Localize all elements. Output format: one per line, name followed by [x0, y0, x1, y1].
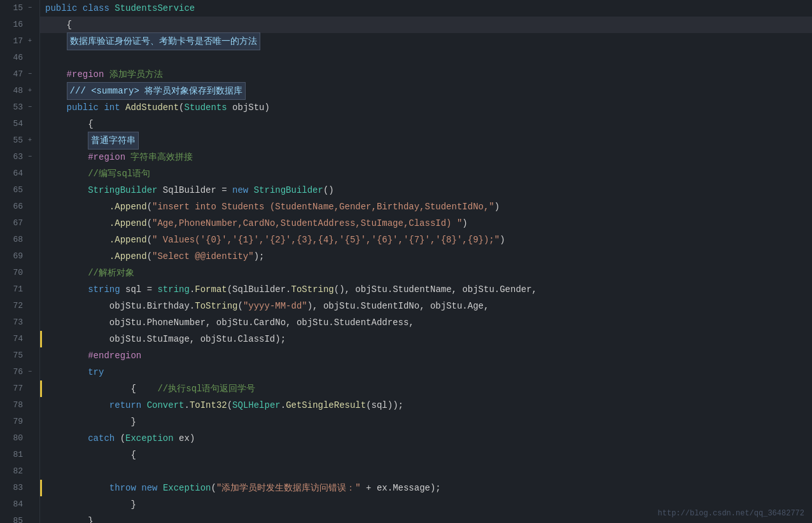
token-plain: {	[67, 116, 94, 132]
token-plain: objStu.PhoneNumber, objStu.CardNo, objSt…	[109, 314, 414, 331]
token-plain: .	[184, 397, 189, 414]
line-num: 67	[5, 215, 23, 232]
token-region-label: 字符串高效拼接	[130, 149, 193, 165]
fold-icon	[25, 120, 34, 129]
token-plain: (	[179, 99, 184, 116]
indent	[45, 232, 109, 248]
token-plain	[77, 0, 82, 17]
line-num: 64	[5, 165, 23, 182]
fold-icon	[25, 219, 34, 228]
line-num: 75	[5, 347, 23, 364]
token-plain: {	[45, 17, 72, 33]
token-method: ToString	[195, 298, 237, 314]
token-type: StudentsService	[115, 0, 195, 17]
indent	[45, 83, 67, 99]
code-line: throw new Exception("添加学员时发生数据库访问错误：" + …	[40, 480, 812, 496]
line-number-row: 63−	[5, 149, 34, 165]
token-type: StringBuilder	[254, 182, 323, 199]
line-num: 54	[5, 116, 23, 132]
token-plain: {	[88, 380, 157, 397]
line-number-row: 48+	[5, 83, 34, 99]
token-comment: //执行sql语句返回学号	[157, 380, 255, 397]
fold-icon[interactable]: −	[25, 153, 34, 162]
token-type: Students	[184, 99, 227, 116]
token-type: Exception	[163, 480, 211, 496]
indent	[45, 447, 88, 463]
line-num: 66	[5, 199, 23, 215]
fold-icon[interactable]: −	[25, 103, 34, 112]
fold-icon[interactable]: +	[25, 37, 34, 46]
line-num: 84	[5, 496, 23, 513]
line-number-row: 85	[5, 513, 34, 523]
line-number-row: 79	[5, 414, 34, 430]
token-plain: ()	[323, 182, 334, 199]
line-num: 82	[5, 463, 23, 480]
code-line: //解析对象	[40, 265, 812, 281]
code-line: public int AddStudent(Students objStu)	[40, 99, 812, 116]
token-plain: SqlBuilder =	[157, 182, 232, 199]
token-type: Convert	[147, 397, 185, 414]
indent	[45, 116, 67, 132]
line-num: 65	[5, 182, 23, 199]
line-number-row: 15−	[5, 0, 34, 17]
line-number-row: 17+	[5, 33, 34, 50]
fold-icon	[25, 53, 34, 62]
code-editor: 15−1617+4647−48+53−5455+63−6465666768697…	[0, 0, 812, 523]
line-number-row: 75	[5, 347, 34, 364]
fold-icon	[25, 450, 34, 459]
fold-icon[interactable]: −	[25, 368, 34, 377]
indent	[45, 132, 88, 149]
fold-icon[interactable]: −	[25, 70, 34, 79]
line-num: 68	[5, 232, 23, 248]
fold-icon	[25, 384, 34, 393]
token-plain: + ex.Message);	[361, 480, 441, 496]
token-method: ToInt32	[190, 397, 227, 414]
token-plain: ex)	[174, 430, 195, 447]
token-type: SQLHelper	[232, 397, 281, 414]
fold-icon	[25, 467, 34, 476]
line-num: 55	[5, 132, 23, 149]
indent	[45, 265, 88, 281]
fold-icon	[25, 20, 34, 29]
token-kw: try	[88, 364, 104, 380]
indent	[45, 331, 109, 347]
line-num: 78	[5, 397, 23, 414]
fold-icon	[25, 169, 34, 178]
code-line: catch (Exception ex)	[40, 430, 812, 447]
line-number-row: 84	[5, 496, 34, 513]
fold-icon	[25, 351, 34, 360]
code-line: .Append("insert into Students (StudentNa…	[40, 199, 812, 215]
line-num: 79	[5, 414, 23, 430]
fold-icon[interactable]: +	[25, 136, 34, 145]
token-kw: string	[88, 281, 120, 298]
fold-icon	[25, 335, 34, 344]
token-plain	[99, 99, 104, 116]
token-plain: (SqlBuilder.	[227, 281, 291, 298]
fold-icon	[25, 268, 34, 277]
fold-icon	[25, 252, 34, 261]
code-line: .Append("Select @@identity");	[40, 248, 812, 265]
token-kw: int	[104, 99, 120, 116]
fold-icon[interactable]: +	[25, 87, 34, 95]
indent	[45, 430, 88, 447]
line-num: 72	[5, 298, 23, 314]
indent	[45, 314, 109, 331]
line-number-row: 64	[5, 165, 34, 182]
fold-icon[interactable]: −	[25, 4, 34, 13]
token-str: "Select @@identity"	[152, 248, 254, 265]
token-kw2: #region	[67, 66, 104, 83]
line-num: 63	[5, 149, 23, 165]
token-plain: }	[88, 496, 136, 513]
token-kw: public	[45, 0, 77, 17]
token-plain	[136, 480, 141, 496]
line-number-row: 46	[5, 50, 34, 66]
token-method: .Append	[109, 215, 147, 232]
line-num: 81	[5, 447, 23, 463]
token-plain	[157, 480, 162, 496]
token-str: "insert into Students (StudentName,Gende…	[152, 199, 494, 215]
fold-icon	[25, 318, 34, 327]
token-type: Exception	[125, 430, 174, 447]
token-kw: return	[109, 397, 141, 414]
line-num: 74	[5, 331, 23, 347]
line-number-row: 80	[5, 430, 34, 447]
